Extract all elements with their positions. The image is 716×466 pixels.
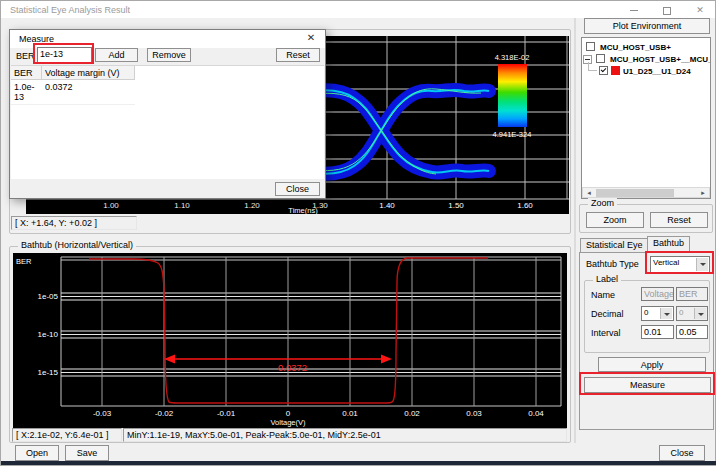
- svg-text:0.02: 0.02: [404, 409, 420, 418]
- close-button[interactable]: Close: [659, 445, 705, 461]
- svg-text:1.00: 1.00: [103, 201, 119, 210]
- reset-button[interactable]: Reset: [650, 212, 708, 228]
- label-group-title: Label: [593, 274, 621, 284]
- remove-button[interactable]: Remove: [147, 48, 191, 62]
- reset-button-dialog[interactable]: Reset: [276, 48, 320, 62]
- dialog-close-icon[interactable]: ✕: [303, 32, 319, 46]
- bathtub-type-label: Bathtub Type: [586, 259, 639, 269]
- table-row[interactable]: 1.0e-13 0.0372: [11, 80, 324, 105]
- tab-statistical-eye[interactable]: Statistical Eye: [580, 238, 649, 253]
- svg-text:1.40: 1.40: [379, 201, 395, 210]
- bathtub-group: Bathtub (Horizontal/Vertical): [9, 246, 571, 443]
- save-button[interactable]: Save: [65, 445, 109, 461]
- svg-text:0.04: 0.04: [528, 409, 544, 418]
- plot-tree: MCU_HOST_USB+ MCU_HOST_USB+__MCU_HO U1_D…: [581, 37, 711, 199]
- tree-item-mcu-host-usb-net[interactable]: MCU_HOST_USB+__MCU_HO: [582, 54, 710, 65]
- zoom-group-title: Zoom: [588, 198, 617, 208]
- colorbar-max-label: 4.318E-02: [495, 53, 530, 62]
- interval-label: Interval: [591, 328, 621, 338]
- close-icon[interactable]: ✕: [689, 4, 711, 16]
- tree-connector: [588, 70, 597, 71]
- zoom-group: Zoom Zoom Reset: [579, 204, 713, 233]
- bathtub-stats-status: MinY:1.1e-19, MaxY:5.0e-01, Peak-Peak:5.…: [123, 428, 567, 442]
- bathtub-x-axis-label: Voltage(V): [270, 418, 306, 427]
- bathtub-canvas: 0.0372 BER 1e-05 1e-10 1e-15 -0.03 -0.02…: [13, 253, 567, 428]
- name-field-1: Voltage(V: [641, 287, 674, 301]
- eye-x-axis-label: Time(ns): [288, 206, 318, 214]
- splitter[interactable]: [574, 18, 576, 443]
- svg-text:-0.01: -0.01: [217, 409, 236, 418]
- interval-input-1[interactable]: 0.01: [641, 325, 674, 339]
- svg-text:-0.03: -0.03: [93, 409, 112, 418]
- bathtub-group-title: Bathtub (Horizontal/Vertical): [18, 240, 136, 250]
- chevron-down-icon[interactable]: [696, 258, 708, 271]
- svg-text:0.01: 0.01: [342, 409, 358, 418]
- open-button[interactable]: Open: [15, 445, 59, 461]
- add-button[interactable]: Add: [95, 48, 138, 62]
- bathtub-type-value: Vertical: [653, 258, 679, 267]
- scrollbar-thumb[interactable]: [596, 189, 674, 197]
- chevron-down-icon: [694, 308, 706, 319]
- window-title: Statistical Eye Analysis Result: [10, 5, 130, 15]
- maximize-icon[interactable]: [656, 4, 678, 16]
- measure-dialog: Measure ✕ BER 1e-13 Add Remove Reset BER…: [9, 29, 326, 199]
- scroll-left-icon[interactable]: ◂: [583, 188, 595, 197]
- decimal-value-1: 0: [644, 308, 648, 317]
- name-label: Name: [591, 290, 615, 300]
- ber-label: BER: [16, 51, 35, 61]
- tab-bathtub[interactable]: Bathtub: [647, 236, 690, 253]
- name-field-2: BER: [676, 287, 708, 301]
- svg-text:-0.02: -0.02: [155, 409, 174, 418]
- svg-text:1e-05: 1e-05: [38, 292, 59, 301]
- decimal-value-2: 0: [679, 308, 683, 317]
- checkbox-unchecked[interactable]: [586, 42, 595, 51]
- checkbox-checked[interactable]: [599, 66, 608, 75]
- bathtub-type-select[interactable]: Vertical: [650, 256, 710, 273]
- ber-input[interactable]: 1e-13: [37, 47, 92, 63]
- svg-text:1e-10: 1e-10: [38, 330, 59, 339]
- decimal-select-2: 0: [676, 306, 708, 321]
- apply-button[interactable]: Apply: [598, 357, 706, 372]
- series-color-swatch: [611, 66, 620, 75]
- decimal-label: Decimal: [591, 309, 624, 319]
- title-bar: Statistical Eye Analysis Result ✕: [1, 1, 715, 18]
- measure-button[interactable]: Measure: [584, 377, 711, 393]
- svg-text:0: 0: [286, 409, 291, 418]
- plot-environment-button[interactable]: Plot Environment: [584, 18, 710, 34]
- svg-text:1.20: 1.20: [244, 201, 260, 210]
- statistical-eye-analysis-window: Statistical Eye Analysis Result ✕: [0, 0, 716, 466]
- dialog-close-button[interactable]: Close: [275, 182, 320, 196]
- colorbar-min-label: 4.941E-324: [493, 130, 532, 139]
- svg-text:1e-15: 1e-15: [38, 368, 59, 377]
- interval-input-2[interactable]: 0.05: [676, 325, 708, 339]
- cell-ber: 1.0e-13: [11, 80, 42, 105]
- tree-item-mcu-host-usb[interactable]: MCU_HOST_USB+: [582, 42, 710, 53]
- bathtub-cursor-status: [ X:2.1e-02, Y:6.4e-01 ]: [12, 428, 122, 442]
- eye-colorbar: 4.318E-02 4.941E-324: [493, 53, 532, 139]
- checkbox-unchecked[interactable]: [596, 54, 605, 63]
- tree-hscrollbar[interactable]: ◂ ▸: [582, 187, 710, 198]
- table-header-ber[interactable]: BER: [11, 66, 42, 80]
- svg-text:1.50: 1.50: [448, 201, 464, 210]
- zoom-button[interactable]: Zoom: [586, 212, 644, 228]
- bottom-edge: [1, 461, 716, 465]
- bathtub-y-axis-name: BER: [16, 257, 32, 266]
- margin-table: BER Voltage margin (V) 1.0e-13 0.0372: [11, 65, 324, 179]
- table-header-voltage-margin[interactable]: Voltage margin (V): [42, 66, 135, 80]
- label-group: Label Name Voltage(V BER Decimal 0 0 Int…: [584, 280, 710, 353]
- chevron-down-icon[interactable]: [660, 308, 672, 319]
- measure-dialog-titlebar: Measure ✕: [10, 30, 325, 48]
- svg-text:0.03: 0.03: [466, 409, 482, 418]
- svg-text:1.10: 1.10: [174, 201, 190, 210]
- width-annotation: 0.0372: [278, 362, 307, 373]
- decimal-select-1[interactable]: 0: [641, 306, 674, 321]
- svg-text:1.60: 1.60: [517, 201, 533, 210]
- cell-voltage-margin: 0.0372: [42, 80, 135, 105]
- eye-cursor-status: [ X: +1.64, Y: +0.02 ]: [11, 216, 137, 230]
- bathtub-plot[interactable]: 0.0372 BER 1e-05 1e-10 1e-15 -0.03 -0.02…: [13, 253, 567, 428]
- measure-dialog-title: Measure: [19, 34, 54, 44]
- tree-item-u1-d25-u1-d24[interactable]: U1_D25__U1_D24: [582, 66, 710, 77]
- bathtub-tab-panel: Bathtub Type Vertical Label Name Voltage…: [579, 252, 714, 430]
- scroll-right-icon[interactable]: ▸: [697, 188, 709, 197]
- minimize-icon[interactable]: [623, 4, 645, 16]
